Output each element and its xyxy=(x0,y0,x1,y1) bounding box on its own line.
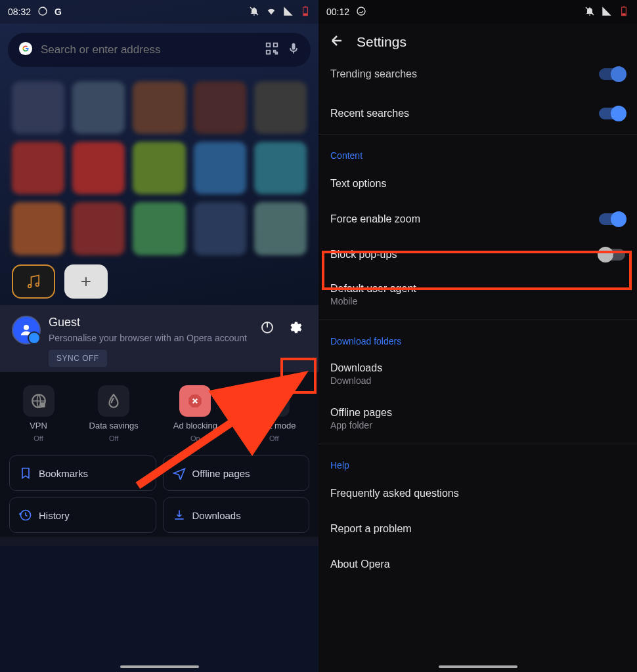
speed-dial-tile[interactable] xyxy=(72,81,125,134)
home-indicator[interactable] xyxy=(439,665,517,668)
speed-dial-tile[interactable] xyxy=(12,142,64,194)
setting-trending-searches[interactable]: Trending searches xyxy=(318,60,637,96)
status-bar: 00:12 xyxy=(318,0,637,24)
section-download: Download folders xyxy=(318,323,637,352)
speed-dial-tile[interactable] xyxy=(254,81,307,134)
link-label: Downloads xyxy=(192,510,241,521)
speed-dial-tile[interactable] xyxy=(72,202,125,255)
quick-actions: VPN Off Data savings Off Ad blocking On … xyxy=(0,372,318,452)
battery-low-icon xyxy=(300,6,311,18)
speed-dial-tile[interactable] xyxy=(12,81,64,134)
music-app-icon[interactable] xyxy=(12,264,55,299)
quick-data-savings[interactable]: Data savings Off xyxy=(89,385,139,442)
setting-label: Force enable zoom xyxy=(330,213,420,225)
svg-rect-7 xyxy=(274,43,278,47)
speed-dial-tile[interactable] xyxy=(133,142,185,194)
setting-label: Default user agent xyxy=(330,283,416,295)
setting-label: Downloads xyxy=(330,362,382,374)
svg-point-22 xyxy=(357,7,365,15)
add-speed-dial-button[interactable]: + xyxy=(64,264,108,299)
right-screenshot: 00:12 Settings Trending searches Recent … xyxy=(318,0,637,672)
svg-rect-17 xyxy=(40,402,45,408)
quick-ad-blocking[interactable]: Ad blocking On xyxy=(173,385,217,442)
avatar[interactable] xyxy=(12,316,41,345)
qr-scan-icon[interactable] xyxy=(265,41,279,58)
svg-rect-10 xyxy=(276,52,278,54)
profile-row: Guest Personalise your browser with an O… xyxy=(0,305,318,373)
search-bar[interactable] xyxy=(8,33,311,67)
dock-row: + xyxy=(0,261,318,305)
setting-block-popups[interactable]: Block pop-ups xyxy=(318,237,637,272)
speed-dial-tile[interactable] xyxy=(194,81,246,134)
setting-label: Trending searches xyxy=(330,68,417,80)
quick-state: Off xyxy=(33,434,43,442)
settings-gear-button[interactable] xyxy=(283,316,307,339)
toggle-switch[interactable] xyxy=(599,108,625,119)
bottom-sheet: Guest Personalise your browser with an O… xyxy=(0,305,318,547)
wifi-icon xyxy=(266,6,276,18)
dnd-icon xyxy=(249,6,259,18)
setting-report-problem[interactable]: Report a problem xyxy=(318,511,637,547)
svg-rect-8 xyxy=(267,51,271,54)
quick-label: VPN xyxy=(30,421,47,430)
svg-rect-4 xyxy=(305,6,307,7)
setting-label: Text options xyxy=(330,178,386,190)
speed-dial-tile[interactable] xyxy=(133,202,185,255)
quick-state: On xyxy=(190,434,200,442)
whatsapp-icon xyxy=(356,6,366,18)
back-button[interactable] xyxy=(329,33,345,51)
setting-offline-pages[interactable]: Offline pages App folder xyxy=(318,396,637,441)
settings-header: Settings xyxy=(318,24,637,60)
power-button[interactable] xyxy=(255,316,279,339)
quick-state: Off xyxy=(269,434,278,442)
link-label: Bookmarks xyxy=(39,468,88,479)
quick-night-mode[interactable]: Night mode Off xyxy=(252,385,296,442)
google-g-status-icon: G xyxy=(55,7,62,17)
speed-dial-tile[interactable] xyxy=(254,142,307,194)
setting-label: About Opera xyxy=(330,558,390,570)
quick-vpn[interactable]: VPN Off xyxy=(23,385,55,442)
setting-faq[interactable]: Frequently asked questions xyxy=(318,476,637,511)
speed-dial-tile[interactable] xyxy=(72,142,125,194)
search-input[interactable] xyxy=(41,43,257,56)
svg-point-13 xyxy=(24,325,29,330)
setting-label: Offline pages xyxy=(330,407,392,419)
signal-icon xyxy=(283,6,294,18)
speed-dial-tile[interactable] xyxy=(254,202,307,255)
offline-pages-button[interactable]: Offline pages xyxy=(163,455,310,491)
toggle-switch[interactable] xyxy=(599,213,625,225)
left-screenshot: 08:32 G xyxy=(0,0,318,672)
signal-icon xyxy=(602,6,612,18)
toggle-switch[interactable] xyxy=(599,68,625,80)
sync-badge[interactable]: SYNC OFF xyxy=(49,350,107,367)
toggle-switch[interactable] xyxy=(599,249,625,261)
profile-subtitle: Personalise your browser with an Opera a… xyxy=(49,332,248,345)
battery-low-icon xyxy=(619,6,629,18)
setting-user-agent[interactable]: Default user agent Mobile xyxy=(318,272,637,317)
history-button[interactable]: History xyxy=(9,497,156,533)
setting-text-options[interactable]: Text options xyxy=(318,166,637,201)
bookmarks-button[interactable]: Bookmarks xyxy=(9,455,156,491)
speed-dial-tile[interactable] xyxy=(12,202,64,255)
quick-label: Night mode xyxy=(252,421,296,430)
speed-dial-tile[interactable] xyxy=(133,81,185,134)
setting-about-opera[interactable]: About Opera xyxy=(318,547,637,582)
mic-icon[interactable] xyxy=(287,42,300,58)
setting-recent-searches[interactable]: Recent searches xyxy=(318,96,637,131)
setting-force-zoom[interactable]: Force enable zoom xyxy=(318,201,637,237)
quick-state: Off xyxy=(109,434,118,442)
setting-downloads[interactable]: Downloads Download xyxy=(318,352,637,396)
settings-list: Trending searches Recent searches Conten… xyxy=(318,60,637,582)
speed-dial-tile[interactable] xyxy=(194,142,246,194)
link-grid: Bookmarks Offline pages History Download… xyxy=(0,452,318,537)
status-time: 00:12 xyxy=(326,7,349,17)
section-help: Help xyxy=(318,447,637,476)
svg-rect-25 xyxy=(622,13,625,15)
page-title: Settings xyxy=(357,34,406,50)
svg-rect-26 xyxy=(623,6,625,7)
home-indicator[interactable] xyxy=(120,665,199,668)
setting-sub: App folder xyxy=(330,420,392,430)
downloads-button[interactable]: Downloads xyxy=(163,497,310,533)
speed-dial-tile[interactable] xyxy=(194,202,246,255)
svg-rect-3 xyxy=(303,13,307,15)
